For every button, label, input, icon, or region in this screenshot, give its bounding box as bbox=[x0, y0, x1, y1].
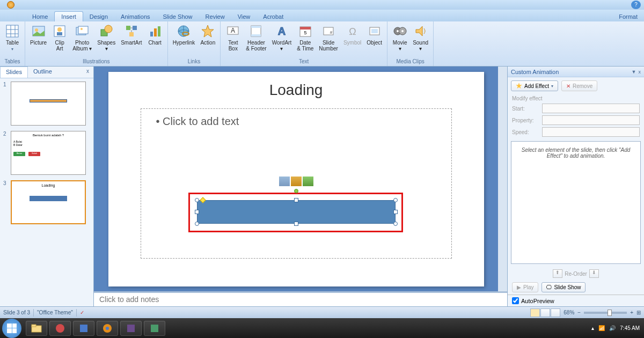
clipart-button[interactable]: Clip Art bbox=[49, 23, 70, 58]
resize-handle[interactable] bbox=[294, 198, 298, 202]
slideshow-button[interactable]: 🖵 Slide Show bbox=[541, 282, 586, 292]
taskbar-explorer[interactable] bbox=[26, 321, 47, 336]
datetime-button[interactable]: 5Date & Time bbox=[294, 23, 316, 58]
zoom-out-button[interactable]: − bbox=[577, 310, 581, 315]
slide-thumbnail-2[interactable]: Bentuk bumi adalah ? A Bulat B Datar Ben… bbox=[11, 131, 86, 175]
taskbar-app[interactable] bbox=[144, 321, 165, 336]
zoom-percent[interactable]: 68% bbox=[564, 310, 574, 315]
svg-rect-27 bbox=[251, 26, 261, 28]
slide-thumbnail-1[interactable] bbox=[11, 82, 86, 126]
textbox-button[interactable]: AText Box bbox=[223, 23, 243, 58]
start-button[interactable] bbox=[2, 319, 21, 338]
content-placeholder[interactable]: Click to add text bbox=[141, 108, 452, 259]
smartart-button[interactable]: SmartArt bbox=[118, 23, 144, 58]
hyperlink-button[interactable]: Hyperlink bbox=[170, 23, 198, 58]
panel-tab-slides[interactable]: Slides bbox=[0, 67, 28, 78]
action-button[interactable]: Action bbox=[197, 23, 218, 58]
reorder-up-button[interactable]: ⬆ bbox=[553, 269, 562, 278]
panel-close-button[interactable]: x bbox=[639, 69, 641, 75]
start-select[interactable] bbox=[542, 104, 640, 113]
fit-to-window-button[interactable]: ⊞ bbox=[636, 310, 641, 315]
reorder-down-button[interactable]: ⬇ bbox=[589, 269, 599, 278]
object-icon bbox=[367, 24, 382, 39]
tab-format[interactable]: Format bbox=[612, 12, 644, 21]
add-effect-button[interactable]: Add Effect ▾ bbox=[511, 80, 558, 91]
svg-rect-31 bbox=[300, 27, 311, 30]
zoom-in-button[interactable]: + bbox=[630, 310, 633, 315]
play-button[interactable]: ▶ Play bbox=[512, 282, 538, 292]
panel-close-button[interactable]: x bbox=[82, 67, 93, 78]
insert-chart-icon[interactable] bbox=[291, 177, 302, 186]
notes-pane[interactable]: Click to add notes bbox=[94, 291, 507, 306]
chart-button[interactable]: Chart bbox=[145, 23, 165, 58]
group-label-illustrations: Illustrations bbox=[27, 58, 165, 66]
slide-canvas-area[interactable]: Loading Click to add text bbox=[94, 67, 498, 291]
slidenumber-button[interactable]: #Slide Number bbox=[316, 23, 341, 58]
slide-info: Slide 3 of 3 bbox=[3, 310, 30, 315]
sorter-view-button[interactable] bbox=[540, 308, 550, 317]
tray-network-icon[interactable]: 📶 bbox=[598, 325, 605, 331]
chart-icon bbox=[148, 24, 163, 39]
zoom-slider[interactable] bbox=[584, 312, 627, 314]
table-button[interactable]: Table▾ bbox=[2, 23, 23, 58]
office-button[interactable] bbox=[0, 0, 21, 10]
normal-view-button[interactable] bbox=[530, 308, 540, 317]
resize-handle[interactable] bbox=[393, 198, 398, 202]
headerfooter-button[interactable]: Header & Footer bbox=[243, 23, 269, 58]
svg-rect-20 bbox=[158, 26, 160, 36]
taskbar-app[interactable] bbox=[97, 321, 118, 336]
slide-title[interactable]: Loading bbox=[141, 82, 452, 99]
slide-editor: Loading Click to add text bbox=[94, 67, 507, 306]
slideshow-view-button[interactable] bbox=[551, 308, 560, 317]
tab-home[interactable]: Home bbox=[26, 12, 54, 21]
movie-button[interactable]: Movie ▾ bbox=[390, 23, 410, 58]
tab-insert[interactable]: Insert bbox=[54, 11, 83, 21]
resize-handle[interactable] bbox=[393, 210, 398, 214]
panel-title: Custom Animation bbox=[511, 69, 559, 75]
insert-smartart-icon[interactable] bbox=[303, 177, 313, 186]
svg-rect-46 bbox=[80, 325, 87, 332]
resize-handle[interactable] bbox=[393, 222, 398, 226]
help-button[interactable]: ? bbox=[631, 1, 641, 9]
taskbar-app[interactable] bbox=[73, 321, 94, 336]
sound-button[interactable]: Sound ▾ bbox=[410, 23, 431, 58]
tray-clock[interactable]: 7:45 AM bbox=[620, 325, 640, 331]
rotation-handle[interactable] bbox=[294, 189, 298, 193]
object-button[interactable]: Object bbox=[364, 23, 385, 58]
tray-volume-icon[interactable]: 🔊 bbox=[609, 325, 616, 331]
tab-view[interactable]: View bbox=[231, 12, 257, 21]
tray-expand-icon[interactable]: ▴ bbox=[591, 325, 594, 331]
selected-shape[interactable] bbox=[197, 200, 396, 224]
zoom-thumb[interactable] bbox=[608, 310, 612, 316]
tab-design[interactable]: Design bbox=[83, 12, 114, 21]
vertical-scrollbar[interactable] bbox=[498, 67, 507, 291]
tab-acrobat[interactable]: Acrobat bbox=[257, 12, 290, 21]
resize-handle[interactable] bbox=[195, 198, 199, 202]
slide-thumbnail-3[interactable]: Loading bbox=[11, 180, 86, 224]
taskbar-app[interactable] bbox=[120, 321, 142, 336]
picture-button[interactable]: Picture bbox=[27, 23, 49, 58]
svg-rect-15 bbox=[126, 26, 130, 30]
resize-handle[interactable] bbox=[195, 210, 199, 214]
symbol-button[interactable]: ΩSymbol bbox=[341, 23, 364, 58]
movie-icon bbox=[392, 24, 407, 39]
tab-review[interactable]: Review bbox=[199, 12, 231, 21]
autopreview-checkbox[interactable] bbox=[512, 297, 519, 304]
property-select[interactable] bbox=[542, 115, 640, 125]
panel-dropdown-button[interactable]: ▼ bbox=[632, 69, 636, 75]
remove-button[interactable]: ✕ Remove bbox=[561, 80, 597, 91]
spellcheck-icon[interactable]: ✓ bbox=[80, 310, 84, 315]
svg-text:A: A bbox=[278, 25, 286, 37]
wordart-button[interactable]: AWordArt ▾ bbox=[269, 23, 295, 58]
tab-slideshow[interactable]: Slide Show bbox=[157, 12, 199, 21]
speed-select[interactable] bbox=[542, 127, 640, 137]
insert-table-icon[interactable] bbox=[279, 177, 290, 186]
resize-handle[interactable] bbox=[195, 222, 199, 226]
tab-animations[interactable]: Animations bbox=[114, 12, 156, 21]
ribbon-tabs: Home Insert Design Animations Slide Show… bbox=[0, 10, 644, 21]
resize-handle[interactable] bbox=[294, 222, 298, 226]
photoalbum-button[interactable]: Photo Album ▾ bbox=[70, 23, 94, 58]
taskbar-app[interactable] bbox=[49, 321, 71, 336]
panel-tab-outline[interactable]: Outline bbox=[28, 67, 57, 78]
shapes-button[interactable]: Shapes ▾ bbox=[94, 23, 118, 58]
